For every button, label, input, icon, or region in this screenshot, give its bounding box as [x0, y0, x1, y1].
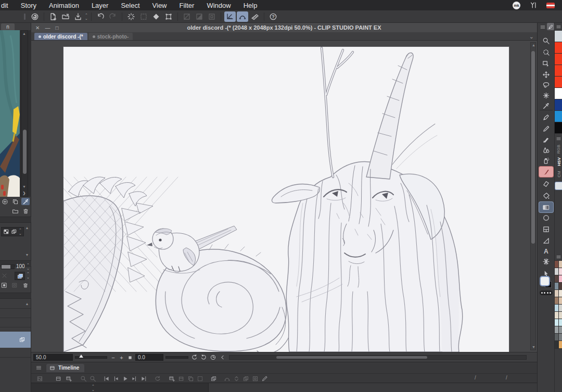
tool-fill[interactable]: [539, 190, 553, 200]
color-swatch[interactable]: [555, 297, 559, 305]
color-swatch[interactable]: [555, 312, 559, 319]
timeline-zoom-out-button[interactable]: [79, 374, 87, 383]
motion-curve-button[interactable]: [223, 374, 231, 383]
tool-zoom[interactable]: [539, 35, 553, 46]
color-swatch[interactable]: [555, 261, 559, 268]
zoom-out-button[interactable]: −: [109, 353, 117, 361]
color-swatch[interactable]: [555, 122, 562, 134]
window-title-bar[interactable]: ✕ — □ older discord -(* (2048 x 2048px 1…: [31, 23, 537, 32]
canvas-page[interactable]: [63, 47, 509, 352]
color-swatch[interactable]: [555, 54, 562, 65]
color-swatch[interactable]: [555, 88, 562, 99]
canvas-horizontal-scrollbar[interactable]: [229, 355, 527, 360]
layer-row[interactable]: [0, 327, 31, 327]
color-swatch[interactable]: [555, 290, 559, 297]
color-swatch[interactable]: [555, 99, 562, 111]
menu-layer[interactable]: Layer: [92, 2, 109, 9]
sub-view-scroll-thumb[interactable]: [23, 130, 27, 174]
blend-mode-button[interactable]: [15, 272, 25, 280]
prev-frame-button[interactable]: [111, 374, 120, 383]
tool-marker[interactable]: [539, 134, 553, 145]
tool-header-tile[interactable]: [547, 23, 554, 30]
reset-rotation-button[interactable]: [209, 353, 217, 361]
color-swatch[interactable]: [559, 326, 562, 334]
tab-rgb[interactable]: RGB: [555, 143, 562, 155]
vertical-scroll-thumb[interactable]: [531, 51, 535, 244]
toolbar-grip[interactable]: [24, 14, 25, 20]
tool-text[interactable]: [539, 246, 553, 256]
color-swatch[interactable]: [555, 65, 562, 77]
tool-frame-border[interactable]: [539, 224, 553, 234]
color-swatch[interactable]: [555, 275, 559, 283]
color-swatch[interactable]: [559, 312, 562, 319]
opacity-slider[interactable]: [1, 264, 15, 269]
new-document-button[interactable]: [47, 11, 59, 22]
foreground-color-swatch[interactable]: [541, 277, 549, 285]
duplicate-button[interactable]: [11, 198, 19, 205]
tab-stock-photo[interactable]: stock-photo-: [88, 33, 133, 40]
effect-stepper[interactable]: ⌃⌄: [19, 228, 22, 235]
tool-airbrush[interactable]: [539, 155, 553, 166]
tab-hsv[interactable]: HSV: [555, 155, 562, 168]
current-color-swatch[interactable]: [555, 182, 562, 189]
zoom-in-button[interactable]: +: [118, 353, 125, 361]
refresh-button[interactable]: [125, 11, 137, 22]
slider-panel-menu-icon[interactable]: [556, 136, 561, 142]
invert-selection-button[interactable]: [181, 11, 193, 22]
add-canvas-button[interactable]: [1, 198, 9, 205]
menu-select[interactable]: Select: [121, 2, 139, 9]
color-swatch[interactable]: [559, 297, 562, 305]
tool-gradient-selected[interactable]: [539, 202, 553, 212]
tool-lasso[interactable]: [539, 80, 553, 90]
menu-story[interactable]: Story: [21, 2, 36, 9]
keyboard-flag-icon[interactable]: [546, 3, 555, 8]
color-set-menu-icon[interactable]: [556, 254, 561, 260]
panel-scroll-down[interactable]: ▼: [24, 253, 30, 257]
zoom-slider-thumb[interactable]: [79, 355, 83, 358]
tool-figure[interactable]: [539, 212, 553, 223]
toolbar-menu-icon[interactable]: [540, 24, 546, 30]
next-frame-button[interactable]: [130, 374, 138, 383]
color-swatch[interactable]: [555, 42, 562, 54]
color-swatch[interactable]: [555, 305, 559, 312]
save-button[interactable]: [72, 11, 84, 22]
horizontal-scroll-thumb[interactable]: [276, 356, 427, 359]
menu-animation[interactable]: Animation: [49, 2, 79, 9]
menu-edit[interactable]: dit: [1, 2, 8, 9]
menu-help[interactable]: Help: [244, 2, 258, 9]
undo-button[interactable]: [95, 11, 106, 22]
layer-row[interactable]: [0, 318, 31, 318]
color-swatch[interactable]: [559, 305, 562, 312]
color-swatch[interactable]: [555, 111, 562, 122]
edit-line-button[interactable]: [260, 374, 269, 383]
layers-scroll-up[interactable]: ▲: [24, 302, 30, 306]
loop-play-button[interactable]: [153, 374, 161, 383]
color-swatch[interactable]: [555, 319, 559, 326]
color-swatch[interactable]: [559, 283, 562, 290]
left-panel-tab-stub[interactable]: n: [1, 23, 15, 30]
layer-row[interactable]: [0, 357, 31, 358]
keyframe-box-button[interactable]: [251, 374, 259, 383]
new-timeline-button[interactable]: [54, 374, 62, 383]
timeline-menu-icon[interactable]: [35, 364, 42, 371]
menu-view[interactable]: View: [152, 2, 167, 9]
tool-auto-select[interactable]: [539, 90, 553, 100]
layer-effect-box[interactable]: ⌃⌄: [1, 227, 24, 236]
color-swatch[interactable]: [559, 319, 562, 326]
tool-move[interactable]: [539, 69, 553, 80]
clip-studio-home-button[interactable]: [29, 11, 41, 22]
deselect-button[interactable]: [138, 11, 149, 22]
canvas-viewport[interactable]: ▲ ▼: [31, 41, 537, 352]
tool-decoration[interactable]: [539, 256, 553, 267]
redo-button[interactable]: [107, 11, 119, 22]
blend-stepper[interactable]: ⌃⌄: [27, 272, 30, 279]
color-swatch[interactable]: [559, 268, 562, 275]
opacity-stepper[interactable]: ⌃⌄: [27, 263, 30, 270]
mk-status-badge[interactable]: mk: [513, 2, 520, 9]
color-swatch[interactable]: [555, 334, 559, 341]
mask-toggle[interactable]: [10, 282, 19, 289]
tab-cm[interactable]: CM: [555, 168, 562, 180]
onion-settings-button[interactable]: [241, 374, 250, 383]
menu-filter[interactable]: Filter: [180, 2, 195, 9]
flip-view-button[interactable]: [219, 353, 226, 361]
